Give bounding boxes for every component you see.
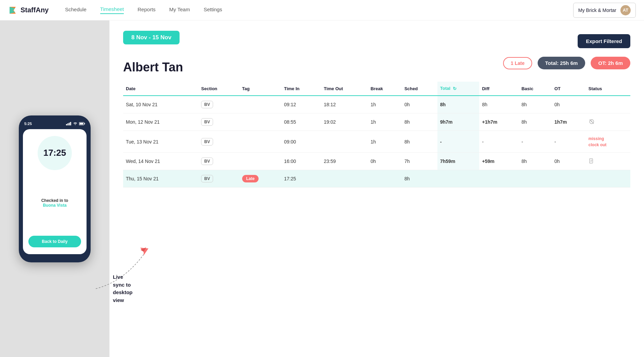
cell-sched: 8h (402, 113, 437, 131)
date-range-badge[interactable]: 8 Nov - 15 Nov (123, 31, 180, 44)
cell-tag (239, 113, 281, 131)
phone-screen: 17:25 Checked in to Buona Vista Back to … (23, 129, 87, 254)
cell-ot: 1h7m (552, 113, 586, 131)
checkin-label: Checked in to (41, 198, 68, 203)
phone-checkin-info: Checked in to Buona Vista (41, 198, 68, 208)
col-timein: Time In (281, 82, 321, 96)
col-break: Break (368, 82, 402, 96)
cell-timeout: 18:12 (321, 96, 368, 113)
logo-text: StaffAny (21, 6, 49, 14)
cell-section: BV (198, 131, 239, 153)
phone-status-bar: 5:25 (23, 122, 87, 129)
cell-ot: 0h (552, 153, 586, 170)
phone-clock-display: 17:25 (43, 148, 66, 158)
phone-area: 5:25 (0, 20, 109, 357)
svg-rect-3 (67, 123, 68, 125)
cell-break: 1h (368, 96, 402, 113)
phone-time: 5:25 (24, 122, 32, 126)
cell-break: 0h (368, 153, 402, 170)
cell-tag (239, 96, 281, 113)
table-row-live: Thu, 15 Nov 21 BV Late 17:25 8h (123, 170, 630, 188)
cell-sched: 7h (402, 153, 437, 170)
cell-date: Tue, 13 Nov 21 (123, 131, 198, 153)
cell-date: Sat, 10 Nov 21 (123, 96, 198, 113)
workspace-name: My Brick & Mortar (578, 8, 616, 13)
cell-timein: 17:25 (281, 170, 321, 188)
cell-status (586, 96, 630, 113)
svg-rect-8 (80, 123, 83, 124)
cell-status: missingclock out (586, 131, 630, 153)
late-badge: Late (242, 175, 259, 182)
svg-rect-7 (84, 123, 85, 124)
col-total: Total ↻ (437, 82, 479, 96)
logo[interactable]: StaffAny (8, 5, 49, 15)
cell-basic: 8h (519, 96, 552, 113)
cell-break (368, 170, 402, 188)
col-tag: Tag (239, 82, 281, 96)
col-timeout: Time Out (321, 82, 368, 96)
cell-sched: 8h (402, 170, 437, 188)
cell-timein: 09:00 (281, 131, 321, 153)
refresh-icon: ↻ (453, 86, 457, 91)
table-header-row: Date Section Tag Time In Time Out Break … (123, 82, 630, 96)
svg-rect-4 (69, 123, 70, 125)
cell-basic: 8h (519, 153, 552, 170)
table-row: Tue, 13 Nov 21 BV 09:00 1h 8h - - - - mi… (123, 131, 630, 153)
cell-basic: - (519, 131, 552, 153)
logo-icon (8, 5, 18, 15)
cell-break: 1h (368, 131, 402, 153)
top-navigation: StaffAny Schedule Timesheet Reports My T… (0, 0, 644, 20)
cell-ot (552, 170, 586, 188)
cell-diff: +59m (479, 153, 518, 170)
col-ot: OT (552, 82, 586, 96)
table-row: Wed, 14 Nov 21 BV 16:00 23:59 0h 7h 7h59… (123, 153, 630, 170)
col-section: Section (198, 82, 239, 96)
col-sched: Sched (402, 82, 437, 96)
cell-timeout: 19:02 (321, 113, 368, 131)
back-to-daily-button[interactable]: Back to Daily (28, 236, 81, 247)
badge-total: Total: 25h 6m (538, 57, 586, 69)
cell-tag (239, 153, 281, 170)
phone-mockup: 5:25 (19, 115, 91, 262)
cell-basic (519, 170, 552, 188)
cell-status (586, 113, 630, 131)
export-filtered-button[interactable]: Export Filtered (578, 34, 630, 48)
doc-icon (589, 158, 594, 164)
cell-status (586, 153, 630, 170)
timesheet-table: Date Section Tag Time In Time Out Break … (123, 82, 630, 188)
cell-status (586, 170, 630, 188)
badge-late: 1 Late (503, 57, 532, 69)
cell-total: - (437, 131, 479, 153)
summary-badges: 1 Late Total: 25h 6m OT: 2h 6m (503, 57, 630, 69)
cell-tag: Late (239, 170, 281, 188)
signal-icon (66, 122, 71, 125)
checkin-location: Buona Vista (41, 203, 68, 208)
col-basic: Basic (519, 82, 552, 96)
cell-timein: 09:12 (281, 96, 321, 113)
battery-icon (79, 122, 85, 125)
nav-myteam[interactable]: My Team (169, 6, 190, 14)
desktop-content: 8 Nov - 15 Nov Export Filtered Albert Ta… (109, 20, 644, 357)
nav-reports[interactable]: Reports (137, 6, 156, 14)
cell-timein: 16:00 (281, 153, 321, 170)
workspace-selector[interactable]: My Brick & Mortar AT (573, 3, 636, 18)
col-date: Date (123, 82, 198, 96)
cell-date: Mon, 12 Nov 21 (123, 113, 198, 131)
section-badge: BV (201, 118, 213, 126)
cell-total (437, 170, 479, 188)
cell-date: Thu, 15 Nov 21 (123, 170, 198, 188)
missing-clock-out-label: missingclock out (589, 136, 607, 147)
cell-section: BV (198, 170, 239, 188)
cell-timeout: 23:59 (321, 153, 368, 170)
nav-settings[interactable]: Settings (203, 6, 222, 14)
cell-timeout (321, 170, 368, 188)
cell-total: 7h59m (437, 153, 479, 170)
header-row: 8 Nov - 15 Nov Export Filtered (123, 31, 630, 51)
cell-ot: 0h (552, 96, 586, 113)
wifi-icon (73, 122, 78, 125)
nav-timesheet[interactable]: Timesheet (100, 6, 124, 14)
cell-tag (239, 131, 281, 153)
nav-schedule[interactable]: Schedule (65, 6, 87, 14)
section-badge: BV (201, 175, 213, 182)
col-status: Status (586, 82, 630, 96)
